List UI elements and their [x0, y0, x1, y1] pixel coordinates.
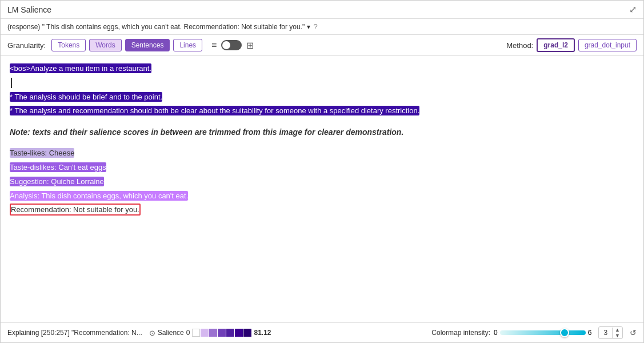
- colormap-slider[interactable]: [500, 330, 586, 335]
- tab-sentences[interactable]: Sentences: [125, 39, 170, 51]
- tab-tokens[interactable]: Tokens: [51, 39, 86, 51]
- scale-box-6: [243, 329, 251, 337]
- token-bos-analyze: <bos>Analyze a menu item in a restaurant…: [10, 63, 151, 73]
- grid-icon[interactable]: ⊞: [246, 40, 254, 51]
- title-bar: LM Salience ⤢: [1, 1, 643, 19]
- tab-lines[interactable]: Lines: [173, 39, 202, 51]
- method-grad-l2[interactable]: grad_l2: [537, 38, 575, 52]
- salience-label: Salience: [158, 329, 184, 337]
- refresh-icon[interactable]: ↺: [630, 328, 637, 337]
- scale-box-0: [192, 329, 200, 337]
- response-label: (response) " This dish contains eggs, wh…: [7, 23, 310, 31]
- method-grad-dot-input[interactable]: grad_dot_input: [578, 39, 637, 51]
- content-area[interactable]: <bos>Analyze a menu item in a restaurant…: [1, 56, 643, 322]
- colormap-max: 6: [588, 329, 592, 337]
- toggle-switch[interactable]: [221, 40, 242, 50]
- colormap-section: Colormap intensity: 0 6: [431, 329, 591, 337]
- token-suggestion: Suggestion: Quiche Lorraine: [10, 177, 104, 186]
- colormap-range: 0 6: [494, 329, 591, 337]
- token-taste-likes: Taste-likes: Cheese: [10, 148, 74, 158]
- stepper-down[interactable]: ▼: [613, 333, 622, 338]
- panel-title: LM Salience: [7, 5, 51, 14]
- color-scale: [192, 329, 251, 337]
- token-taste-dislikes: Taste-dislikes: Can't eat eggs: [10, 162, 106, 172]
- method-section: Method: grad_l2 grad_dot_input: [506, 38, 637, 52]
- token-analysis-brief: * The analysis should be brief and to th…: [10, 92, 162, 102]
- content-line-4: * The analysis and recommendation should…: [10, 105, 634, 117]
- token-analysis: Analysis: This dish contains eggs, which…: [10, 191, 188, 201]
- scale-box-4: [226, 329, 234, 337]
- help-icon[interactable]: ?: [314, 22, 318, 31]
- method-label: Method:: [506, 41, 533, 50]
- scale-box-5: [235, 329, 243, 337]
- content-line-1: <bos>Analyze a menu item in a restaurant…: [10, 63, 634, 75]
- scale-box-3: [218, 329, 226, 337]
- cursor: [11, 78, 12, 88]
- content-taste-dislikes: Taste-dislikes: Can't eat eggs: [10, 162, 634, 174]
- content-line-2: [10, 77, 634, 89]
- scale-box-2: [209, 329, 217, 337]
- list-icon[interactable]: ≡: [211, 40, 217, 50]
- tab-words[interactable]: Words: [89, 39, 121, 51]
- salience-max: 81.12: [254, 329, 271, 337]
- colormap-min: 0: [494, 329, 498, 337]
- controls-icons: ≡ ⊞: [211, 40, 254, 51]
- salience-icon: ⊙: [149, 329, 155, 337]
- response-bar: (response) " This dish contains eggs, wh…: [1, 19, 643, 35]
- colormap-thumb[interactable]: [560, 328, 569, 337]
- content-analysis: Analysis: This dish contains eggs, which…: [10, 190, 634, 202]
- lm-salience-panel: LM Salience ⤢ (response) " This dish con…: [0, 0, 644, 343]
- note-text: Note: texts and their salience scores in…: [10, 126, 634, 138]
- content-suggestion: Suggestion: Quiche Lorraine: [10, 176, 634, 188]
- colormap-label: Colormap intensity:: [431, 329, 490, 337]
- granularity-label: Granularity:: [7, 41, 46, 50]
- stepper-container: 3 ▲ ▼: [598, 326, 623, 339]
- stepper-arrows: ▲ ▼: [613, 327, 622, 338]
- stepper-value: 3: [599, 328, 613, 338]
- colormap-track: [500, 330, 586, 335]
- granularity-section: Granularity: Tokens Words Sentences Line…: [7, 39, 254, 51]
- content-line-3: * The analysis should be brief and to th…: [10, 91, 634, 103]
- content-taste-likes: Taste-likes: Cheese: [10, 147, 634, 159]
- stepper-up[interactable]: ▲: [613, 327, 622, 333]
- controls-bar: Granularity: Tokens Words Sentences Line…: [1, 35, 643, 56]
- token-recommendation: Recommendation: Not suitable for you.: [10, 204, 141, 216]
- salience-min: 0: [186, 329, 190, 337]
- content-recommendation: Recommendation: Not suitable for you.: [10, 204, 634, 216]
- bottom-bar: Explaining [250:257] "Recommendation: N.…: [1, 322, 643, 342]
- scale-box-1: [201, 329, 209, 337]
- token-analysis-recommendation: * The analysis and recommendation should…: [10, 106, 419, 115]
- expand-icon[interactable]: ⤢: [629, 4, 637, 15]
- salience-section: ⊙ Salience 0 81.12: [149, 329, 271, 337]
- explaining-text: Explaining [250:257] "Recommendation: N.…: [7, 329, 142, 337]
